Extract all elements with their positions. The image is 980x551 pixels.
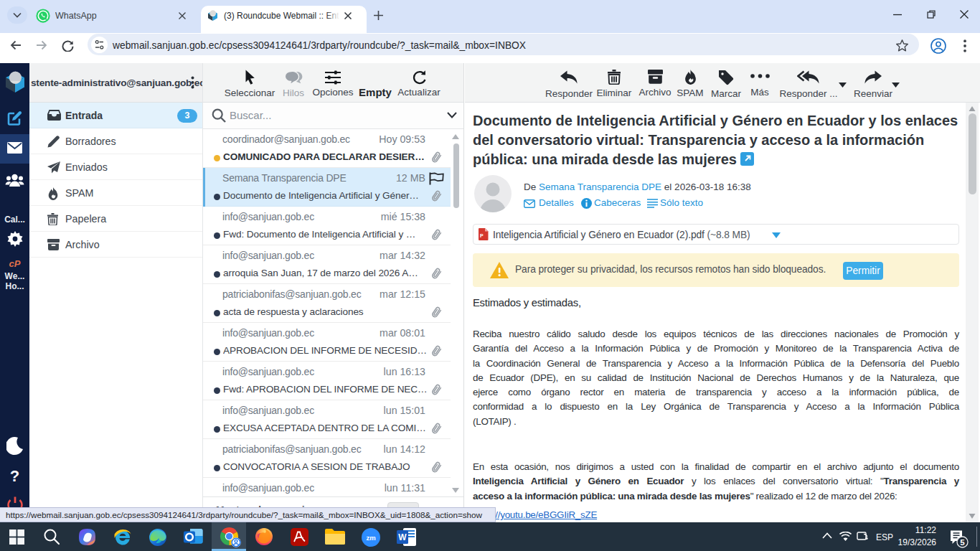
svg-text:W: W [398,532,407,542]
svg-text:5: 5 [960,538,965,547]
svg-text:zm: zm [366,534,375,542]
svg-text:P: P [480,233,484,238]
